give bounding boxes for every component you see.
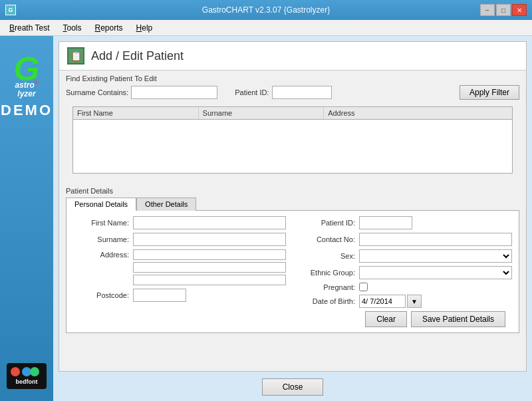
postcode-input[interactable] [133,289,186,302]
address-input-1[interactable] [133,249,286,260]
contact-no-row: Contact No: [299,233,512,246]
form-right: Patient ID: Contact No: Sex: [299,216,512,308]
brand-circles [9,367,44,376]
patient-id-find-label: Patient ID: [235,88,269,96]
brand-name-text: bedfont [9,378,44,385]
find-row: Surname Contains: Patient ID: Apply Filt… [66,85,519,100]
ethnic-group-select[interactable]: White Black Asian Mixed Other [359,266,512,279]
menu-reports[interactable]: Reports [88,22,130,34]
table-header: First Name Surname Address [73,107,512,120]
address-label: Address: [73,249,133,259]
first-name-row: First Name: [73,216,286,229]
logo-lyzer: lyzer [17,89,35,98]
action-buttons: Clear Save Patient Details [73,311,512,327]
col-surname: Surname [199,107,325,119]
brand-circle-green [30,367,39,376]
gastrolyzer-logo: G astro® lyzer DEMO [0,43,56,129]
dob-field: ▼ [359,295,422,308]
postcode-row: Postcode: [73,289,286,302]
contact-no-label: Contact No: [299,235,359,243]
find-section: Find Existing Patient To Edit Surname Co… [59,70,526,104]
sex-select[interactable]: Male Female [359,249,512,263]
ethnic-group-row: Ethnic Group: White Black Asian Mixed Ot… [299,266,512,279]
surname-input[interactable] [133,233,286,246]
title-bar-left: G [5,5,16,15]
patient-id-label: Patient ID: [299,219,359,227]
sex-row: Sex: Male Female [299,249,512,263]
app-icon: G [5,5,16,15]
main-card: 📋 Add / Edit Patient Find Existing Patie… [59,41,527,372]
maximize-button[interactable]: □ [496,4,511,16]
patient-table-container: First Name Surname Address [66,104,519,179]
dob-input[interactable] [359,295,406,308]
clear-button[interactable]: Clear [365,311,407,327]
pregnant-checkbox[interactable] [359,283,368,291]
menu-help[interactable]: Help [130,22,160,34]
dob-label: Date of Birth: [299,297,359,305]
address-input-2[interactable] [133,262,286,273]
find-section-label: Find Existing Patient To Edit [66,74,519,82]
window-title: GastroCHART v2.3.07 {Gastrolyzer} [202,5,330,15]
contact-no-input[interactable] [359,233,512,246]
bedfont-brand: bedfont [7,363,47,389]
col-address: Address [324,107,512,119]
surname-contains-input[interactable] [131,86,217,99]
patient-id-row: Patient ID: [299,216,512,229]
footer-area: Close [59,378,527,396]
surname-label: Surname: [73,235,133,243]
address-input-3[interactable] [133,275,286,285]
tab-other-details[interactable]: Other Details [136,198,196,211]
menu-bar: Breath Test Tools Reports Help [0,20,532,36]
demo-label: DEMO [1,102,53,119]
title-bar: G GastroCHART v2.3.07 {Gastrolyzer} − □ … [0,0,532,20]
card-header: 📋 Add / Edit Patient [59,42,526,70]
dob-row: Date of Birth: ▼ [299,295,512,308]
pregnant-row: Pregnant: [299,283,512,291]
patient-id-input[interactable] [359,216,412,229]
tab-content-personal: First Name: Surname: Address: [66,210,519,333]
address-row: Address: [73,249,286,285]
patient-id-find-input[interactable] [272,86,332,99]
close-button[interactable]: Close [262,378,324,396]
address-inputs [133,249,286,285]
menu-breath-test[interactable]: Breath Test [3,22,57,34]
col-first-name: First Name [73,107,199,119]
table-body [73,120,512,173]
form-left: First Name: Surname: Address: [73,216,286,308]
logo-astrolyzer: astro® [15,80,38,89]
first-name-label: First Name: [73,219,133,227]
patient-id-field-group: Patient ID: [235,86,331,99]
sex-label: Sex: [299,252,359,260]
brand-circle-red [11,367,20,376]
form-grid: First Name: Surname: Address: [73,216,512,308]
save-patient-details-button[interactable]: Save Patient Details [411,311,505,327]
surname-row: Surname: [73,233,286,246]
postcode-label: Postcode: [73,291,133,299]
patient-table: First Name Surname Address [72,106,513,174]
apply-filter-button[interactable]: Apply Filter [460,85,519,100]
sidebar: G astro® lyzer DEMO bedfont [0,36,53,401]
minimize-button[interactable]: − [480,4,495,16]
brand-card: bedfont [7,363,47,389]
content-area: 📋 Add / Edit Patient Find Existing Patie… [53,36,532,401]
main-layout: G astro® lyzer DEMO bedfont 📋 Add / Edit… [0,36,532,401]
ethnic-group-label: Ethnic Group: [299,269,359,277]
surname-contains-label: Surname Contains: [66,88,128,96]
close-window-button[interactable]: ✕ [512,4,527,16]
patient-details-label: Patient Details [66,187,519,195]
surname-field-group: Surname Contains: [66,86,217,99]
tabs: Personal Details Other Details [66,198,519,211]
patient-details-section: Patient Details Personal Details Other D… [59,183,526,338]
page-title: Add / Edit Patient [91,49,184,63]
dob-calendar-button[interactable]: ▼ [407,295,422,308]
pregnant-label: Pregnant: [299,283,359,291]
first-name-input[interactable] [133,216,286,229]
window-controls: − □ ✕ [480,4,527,16]
tab-personal-details[interactable]: Personal Details [66,198,136,211]
header-icon: 📋 [67,47,84,65]
menu-tools[interactable]: Tools [57,22,88,34]
